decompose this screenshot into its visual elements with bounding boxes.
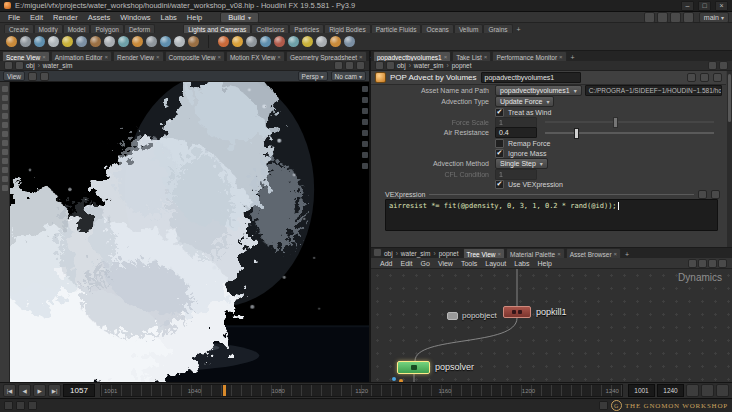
shelf-tab[interactable]: Grains (483, 24, 512, 33)
breadcrumb-item[interactable]: water_sim (35, 62, 73, 69)
loop-mode-button[interactable] (686, 384, 699, 397)
background-icon[interactable] (362, 130, 368, 136)
breadcrumb-item[interactable]: water_sim (406, 62, 444, 69)
breadcrumb-item[interactable]: water_sim (393, 250, 431, 257)
camera-lock-icon[interactable] (334, 61, 343, 70)
advection-type-select[interactable]: Update Force ▾ (495, 96, 554, 107)
view-tool-icon[interactable] (2, 149, 8, 155)
handles-tool-icon[interactable] (2, 131, 8, 137)
select-tool-icon[interactable] (2, 86, 8, 92)
network-menu-item[interactable]: Add (376, 260, 396, 267)
jump-to-end-button[interactable]: ▶| (48, 384, 61, 397)
shelf-tool-icon[interactable] (302, 36, 313, 47)
menu-item[interactable]: Labs (156, 13, 182, 22)
shelf-tool-icon[interactable] (344, 36, 355, 47)
brush-tool-icon[interactable] (2, 176, 8, 182)
lasso-tool-icon[interactable] (2, 167, 8, 173)
shelf-tab[interactable]: Deform (124, 24, 155, 33)
close-icon[interactable]: × (42, 54, 46, 60)
pose-tool-icon[interactable] (2, 122, 8, 128)
current-frame-field[interactable]: 1057 (63, 384, 95, 397)
shelf-tab[interactable]: Collisions (251, 24, 289, 33)
close-icon[interactable]: × (557, 251, 561, 257)
maximize-button[interactable]: □ (698, 1, 711, 11)
pane-tab[interactable]: Motion FX View × (226, 51, 285, 61)
range-start-field[interactable]: 1001 (628, 384, 655, 397)
breadcrumb-item[interactable]: popnet (430, 250, 458, 257)
shelf-tool-icon[interactable] (132, 36, 143, 47)
shelf-tab[interactable]: Modify (34, 24, 63, 33)
radial-menu-selector[interactable]: main ▾ (699, 12, 729, 23)
autosave-icon[interactable] (644, 12, 655, 23)
shelf-tab[interactable]: Oceans (421, 24, 453, 33)
step-back-button[interactable]: ◀ (18, 384, 31, 397)
shelf-tool-icon[interactable] (6, 36, 17, 47)
shelf-tool-icon[interactable] (146, 36, 157, 47)
search-icon[interactable] (688, 259, 697, 268)
pane-tab[interactable]: Scene View × (2, 51, 50, 61)
lighting-icon[interactable] (362, 108, 368, 114)
template-flag-badge[interactable] (399, 379, 403, 382)
breadcrumb-item[interactable]: obj (26, 62, 35, 69)
close-icon[interactable]: × (559, 54, 563, 60)
shelf-tool-icon[interactable] (48, 36, 59, 47)
network-menu-item[interactable]: Tools (457, 260, 481, 267)
gear-icon[interactable] (708, 61, 717, 70)
shelf-tool-icon[interactable] (188, 36, 199, 47)
snapshot-icon[interactable] (657, 12, 668, 23)
snap-tool-icon[interactable] (2, 140, 8, 146)
shelf-tool-icon[interactable] (218, 36, 229, 47)
menu-item[interactable]: Edit (25, 13, 48, 22)
vexpression-editor[interactable]: airresist *= fit(@pdensity, 0, 3, 1, 0.2… (385, 199, 718, 231)
shelf-tool-icon[interactable] (90, 36, 101, 47)
network-canvas[interactable]: Dynamics popobject popkill1 popsolver (371, 269, 732, 382)
secure-selection-icon[interactable] (40, 72, 49, 81)
breadcrumb-item[interactable]: popnet (443, 62, 471, 69)
shelf-tab[interactable]: Rigid Bodies (324, 24, 371, 33)
close-icon[interactable]: × (277, 54, 281, 60)
breadcrumb-item[interactable]: obj (384, 250, 393, 257)
add-pane-tab-button[interactable]: + (568, 54, 578, 61)
remap-force-checkbox[interactable] (495, 139, 504, 148)
close-icon[interactable]: × (444, 54, 448, 60)
network-menu-item[interactable]: Help (533, 260, 555, 267)
close-icon[interactable]: × (104, 54, 108, 60)
shelf-tab[interactable]: Particle Fluids (371, 24, 422, 33)
pane-tab[interactable]: popadvectbyvolumes1 × (373, 51, 451, 61)
node-popsolver[interactable] (397, 361, 430, 374)
asset-name-select[interactable]: popadvectbyvolumes1 ▾ (495, 85, 582, 96)
select-mode-icon[interactable] (28, 72, 37, 81)
network-menu-item[interactable]: Labs (510, 260, 533, 267)
perspective-selector[interactable]: Persp ▾ (298, 71, 328, 81)
memory-icon[interactable] (28, 401, 37, 410)
pane-tab[interactable]: Material Palette × (506, 248, 565, 258)
shelf-tab[interactable]: Lights and Cameras (183, 24, 251, 33)
gear-icon[interactable] (700, 73, 709, 82)
playback-options-button[interactable] (716, 384, 729, 397)
node-popobject[interactable] (447, 312, 458, 320)
treat-as-wind-checkbox[interactable]: ✔ (495, 108, 504, 117)
shelf-tool-icon[interactable] (232, 36, 243, 47)
pane-tab[interactable]: Performance Monitor × (492, 51, 566, 61)
translate-tool-icon[interactable] (2, 95, 8, 101)
open-editor-icon[interactable] (711, 190, 720, 199)
shelf-tool-icon[interactable] (316, 36, 327, 47)
grid-snap-icon[interactable] (708, 259, 717, 268)
advection-method-select[interactable]: Single Step ▾ (495, 158, 548, 169)
shelf-tab[interactable]: Vellum (454, 24, 484, 33)
shelf-tool-icon[interactable] (330, 36, 341, 47)
update-mode-icon[interactable] (599, 401, 608, 410)
flipbook-icon[interactable] (362, 163, 368, 169)
shelf-tab[interactable]: Create (4, 24, 34, 33)
snap-icon[interactable] (345, 61, 354, 70)
wireframe-icon[interactable] (362, 97, 368, 103)
expand-editor-icon[interactable] (698, 190, 707, 199)
rotate-tool-icon[interactable] (2, 104, 8, 110)
pane-tab[interactable]: Asset Browser × (566, 248, 621, 258)
use-vexpression-checkbox[interactable]: ✔ (495, 180, 504, 189)
shelf-tool-icon[interactable] (104, 36, 115, 47)
network-menu-item[interactable]: View (434, 260, 457, 267)
lock-icon[interactable] (687, 73, 696, 82)
color-palette-icon[interactable] (698, 259, 707, 268)
close-button[interactable]: × (715, 1, 728, 11)
